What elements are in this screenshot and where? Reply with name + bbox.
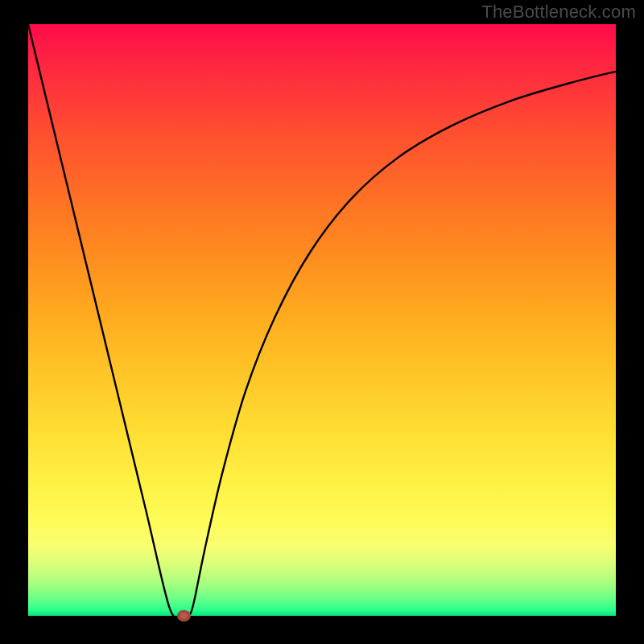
plot-area — [28, 24, 616, 616]
curve-layer — [28, 24, 616, 616]
watermark-label: TheBottleneck.com — [481, 2, 636, 23]
bottleneck-marker — [179, 611, 189, 620]
chart-frame: TheBottleneck.com — [0, 0, 644, 644]
bottleneck-curve — [28, 24, 616, 617]
